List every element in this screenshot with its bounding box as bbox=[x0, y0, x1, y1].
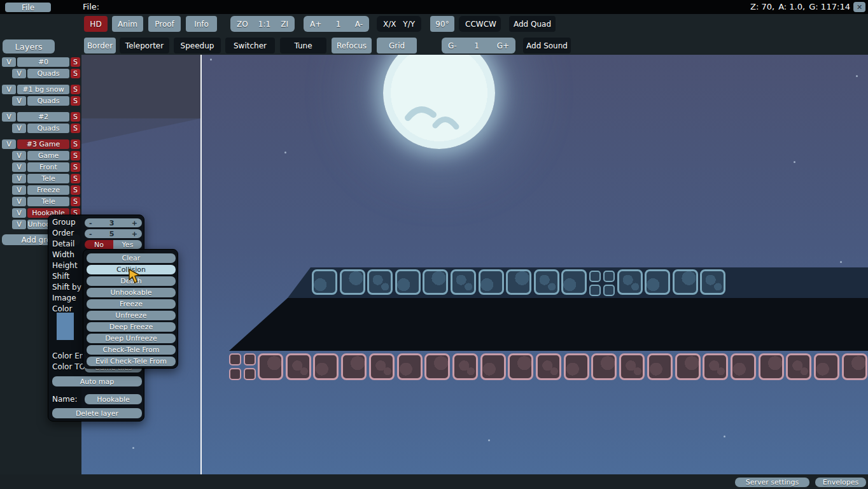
unhookable-tile[interactable] bbox=[564, 353, 589, 380]
layer-settings-button[interactable]: S bbox=[71, 57, 80, 67]
layer-name[interactable]: Tele bbox=[27, 174, 69, 183]
unhookable-tile-small[interactable] bbox=[229, 368, 241, 380]
layer-name[interactable]: Quads bbox=[27, 96, 69, 106]
unhookable-tile[interactable] bbox=[591, 353, 617, 380]
game-tile[interactable] bbox=[506, 269, 531, 295]
info-toggle-button[interactable]: Info bbox=[186, 16, 217, 32]
layer-name[interactable]: #3 Game bbox=[17, 139, 69, 149]
game-tile[interactable] bbox=[534, 269, 559, 295]
proof-toggle-button[interactable]: Proof bbox=[148, 16, 181, 32]
file-menu-button[interactable]: File bbox=[5, 3, 51, 12]
group-plus-button[interactable]: + bbox=[132, 219, 137, 227]
submenu-item-unfreeze[interactable]: Unfreeze bbox=[87, 311, 176, 320]
map-canvas[interactable] bbox=[81, 55, 868, 474]
layer-settings-button[interactable]: S bbox=[71, 197, 80, 206]
unhookable-tile[interactable] bbox=[814, 353, 839, 380]
switcher-button[interactable]: Switcher bbox=[225, 38, 275, 53]
layer-name[interactable]: #1 bg snow bbox=[17, 85, 69, 94]
rotate-ccw-button[interactable]: CCW bbox=[465, 20, 484, 29]
game-tile[interactable] bbox=[340, 269, 365, 295]
layer-settings-button[interactable]: S bbox=[71, 162, 80, 172]
submenu-item-deep-unfreeze[interactable]: Deep Unfreeze bbox=[87, 334, 176, 343]
envelopes-button[interactable]: Envelopes bbox=[815, 478, 866, 487]
unhookable-tile-small[interactable] bbox=[229, 353, 241, 365]
game-tile[interactable] bbox=[700, 269, 725, 295]
game-tile[interactable] bbox=[479, 269, 504, 295]
unhookable-tile[interactable] bbox=[786, 353, 811, 380]
layer-settings-button[interactable]: S bbox=[71, 69, 80, 78]
submenu-item-check-tele-from[interactable]: Check-Tele From bbox=[87, 345, 176, 355]
unhookable-tile[interactable] bbox=[619, 353, 645, 380]
layer-visibility-toggle[interactable]: V bbox=[12, 124, 26, 133]
layer-settings-button[interactable]: S bbox=[71, 85, 80, 94]
unhookable-tile[interactable] bbox=[759, 353, 784, 380]
layer-name[interactable]: Quads bbox=[27, 69, 69, 78]
delete-layer-button[interactable]: Delete layer bbox=[52, 408, 142, 418]
layer-settings-button[interactable]: S bbox=[71, 124, 80, 133]
anim-slower-button[interactable]: A- bbox=[355, 20, 363, 29]
layer-visibility-toggle[interactable]: V bbox=[12, 185, 26, 195]
game-tile-small[interactable] bbox=[589, 271, 601, 282]
unhookable-tile[interactable] bbox=[536, 353, 561, 380]
layer-name[interactable]: Game bbox=[27, 151, 69, 160]
zoom-in-button[interactable]: ZI bbox=[281, 20, 288, 29]
submenu-item-unhookable[interactable]: Unhookable bbox=[87, 288, 176, 297]
order-minus-button[interactable]: - bbox=[89, 230, 92, 238]
layer-name[interactable]: Freeze bbox=[27, 185, 69, 195]
auto-map-button[interactable]: Auto map bbox=[52, 376, 142, 386]
unhookable-tile[interactable] bbox=[508, 353, 533, 380]
grid-plus-button[interactable]: G+ bbox=[497, 41, 509, 50]
unhookable-tile[interactable] bbox=[341, 353, 367, 380]
layer-settings-button[interactable]: S bbox=[71, 174, 80, 183]
grid-button[interactable]: Grid bbox=[377, 38, 417, 53]
layer-settings-button[interactable]: S bbox=[71, 151, 80, 160]
layer-color-swatch[interactable] bbox=[57, 313, 74, 340]
game-tile[interactable] bbox=[367, 269, 393, 295]
zoom-out-button[interactable]: ZO bbox=[237, 20, 248, 29]
unhookable-tile[interactable] bbox=[313, 353, 339, 380]
layer-visibility-toggle[interactable]: V bbox=[2, 85, 16, 94]
submenu-item-deep-freeze[interactable]: Deep Freeze bbox=[87, 322, 176, 332]
layer-visibility-toggle[interactable]: V bbox=[12, 208, 26, 218]
unhookable-tile[interactable] bbox=[397, 353, 423, 380]
unhookable-tile[interactable] bbox=[369, 353, 395, 380]
game-tile[interactable] bbox=[645, 269, 670, 295]
unhookable-tile[interactable] bbox=[452, 353, 478, 380]
layer-visibility-toggle[interactable]: V bbox=[12, 174, 26, 183]
unhookable-tile[interactable] bbox=[480, 353, 506, 380]
rotate-cw-button[interactable]: CW bbox=[484, 20, 496, 29]
hd-toggle-button[interactable]: HD bbox=[84, 16, 108, 32]
border-button[interactable]: Border bbox=[84, 38, 116, 53]
game-tile[interactable] bbox=[617, 269, 643, 295]
tune-button[interactable]: Tune bbox=[280, 38, 326, 53]
layer-settings-button[interactable]: S bbox=[71, 112, 80, 122]
zoom-reset-button[interactable]: 1:1 bbox=[258, 20, 270, 29]
group-stepper[interactable]: - 3 + bbox=[85, 218, 142, 227]
game-tile-small[interactable] bbox=[589, 285, 601, 296]
unhookable-tile-small[interactable] bbox=[244, 353, 256, 365]
layer-visibility-toggle[interactable]: V bbox=[12, 162, 26, 172]
layer-name[interactable]: Front bbox=[27, 162, 69, 172]
game-tile-small[interactable] bbox=[603, 271, 615, 282]
unhookable-tile[interactable] bbox=[675, 353, 701, 380]
layer-visibility-toggle[interactable]: V bbox=[2, 112, 16, 122]
unhookable-tile[interactable] bbox=[647, 353, 673, 380]
game-tile-small[interactable] bbox=[603, 285, 615, 296]
detail-no-button[interactable]: No bbox=[85, 240, 113, 249]
speedup-button[interactable]: Speedup bbox=[174, 38, 221, 53]
layer-visibility-toggle[interactable]: V bbox=[12, 197, 26, 206]
submenu-item-clear[interactable]: Clear bbox=[87, 253, 176, 263]
teleporter-button[interactable]: Teleporter bbox=[120, 38, 169, 53]
unhookable-tile[interactable] bbox=[286, 353, 311, 380]
unhookable-tile[interactable] bbox=[258, 353, 283, 380]
layer-visibility-toggle[interactable]: V bbox=[12, 69, 26, 78]
group-minus-button[interactable]: - bbox=[89, 219, 92, 227]
layer-visibility-toggle[interactable]: V bbox=[12, 96, 26, 106]
detail-yes-button[interactable]: Yes bbox=[113, 240, 142, 249]
submenu-item-evil-check-tele-from[interactable]: Evil Check-Tele From bbox=[87, 357, 176, 366]
unhookable-tile[interactable] bbox=[731, 353, 756, 380]
layer-visibility-toggle[interactable]: V bbox=[12, 220, 26, 229]
layer-name[interactable]: Quads bbox=[27, 124, 69, 133]
flip-x-button[interactable]: X/X bbox=[383, 20, 396, 29]
layer-name[interactable]: #0 bbox=[17, 57, 69, 67]
